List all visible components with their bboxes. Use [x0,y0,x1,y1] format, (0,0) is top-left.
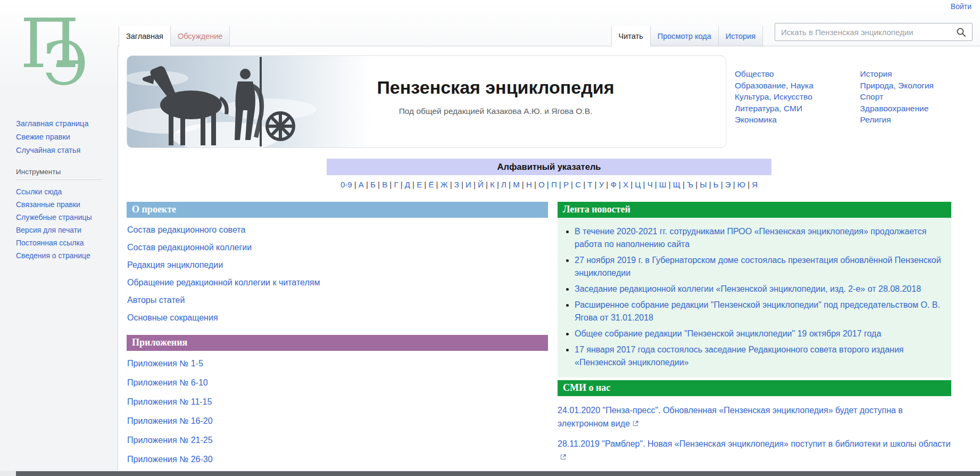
news-item: Заседание редакционной коллегии «Пензенс… [575,283,944,296]
tab-discussion[interactable]: Обсуждение [171,26,230,46]
horizontal-scrollbar[interactable] [0,471,980,476]
right-column: Лента новостей В течение 2020-2021 гг. с… [558,202,951,471]
alphabet-letter-link[interactable]: Ч [647,180,659,189]
category-link[interactable]: Религия [860,114,972,126]
about-link[interactable]: Основные сокращения [127,312,548,323]
page-tabs: Заглавная Обсуждение [119,26,230,46]
news-link[interactable]: В течение 2020-2021 гг. сотрудниками ПРО… [575,227,926,249]
alphabet-letter-link[interactable]: И [466,180,478,189]
svg-text:Э: Э [43,29,86,89]
appendix-link[interactable]: Приложения № 16-20 [127,415,548,427]
alphabet-letter-link[interactable]: Г [394,180,404,189]
banner-row: Пензенская энциклопедия Под общей редакц… [127,55,971,148]
news-link[interactable]: Общее собрание редакции "Пензенской энци… [575,329,881,338]
alphabet-letter-link[interactable]: Ф [610,180,623,189]
about-link[interactable]: Обращение редакционной коллегии к читате… [127,277,548,288]
news-list: В течение 2020-2021 гг. сотрудниками ПРО… [561,225,944,369]
sidebar-nav-link[interactable]: Свежие правки [16,130,118,144]
alphabet-letter-link[interactable]: Н [526,180,538,189]
about-link[interactable]: Состав редакционного совета [127,224,548,235]
alphabet-letter-link[interactable]: Ш [659,180,673,189]
appendix-link[interactable]: Приложения № 6-10 [127,377,548,389]
alphabet-letter-link[interactable]: З [454,180,466,189]
sidebar-tool-link[interactable]: Служебные страницы [16,211,118,224]
sidebar-tool-link[interactable]: Постоянная ссылка [16,236,118,249]
category-link[interactable]: Культура, Искусство [735,91,846,103]
alphabet-letter-link[interactable]: Э [725,180,737,189]
site-logo[interactable]: П Э [20,14,86,89]
category-link[interactable]: Здравоохранение [860,103,972,114]
sidebar-tool-link[interactable]: Версия для печати [16,224,118,236]
alphabet-letter-link[interactable]: А [359,180,370,189]
alphabet-letter-link[interactable]: Ж [441,180,454,189]
news-link[interactable]: Заседание редакционной коллегии «Пензенс… [575,284,921,293]
about-link[interactable]: Редакция энциклопедии [127,259,548,270]
about-link[interactable]: Авторы статей [127,294,548,306]
category-link[interactable]: Природа, Экология [860,80,972,92]
category-link[interactable]: Образование, Наука [735,80,846,92]
alphabet-letter-link[interactable]: О [538,180,551,189]
alphabet-letter-link[interactable]: К [490,180,501,189]
about-link[interactable]: Состав редакционной коллегии [127,242,548,253]
alphabet-letter-link[interactable]: Б [370,180,382,189]
search-input[interactable] [775,28,954,37]
alphabet-letter-link[interactable]: Я [752,180,758,189]
category-link[interactable]: История [860,68,972,80]
media-link[interactable]: 28.11.2019 "Рамблер". Новая «Пензенская … [558,439,951,462]
alphabet-letter-link[interactable]: Л [501,180,513,189]
login-link[interactable]: Войти [951,2,971,11]
alphabet-letter-link[interactable]: Ё [428,180,440,189]
category-links: ОбществоОбразование, НаукаКультура, Иску… [735,55,971,148]
category-column-2: ИсторияПрирода, ЭкологияСпортЗдравоохран… [860,68,972,148]
news-item: Общее собрание редакции "Пензенской энци… [575,327,944,340]
alphabet-letter-link[interactable]: М [513,180,526,189]
about-links: Состав редакционного советаСостав редакц… [127,218,548,326]
alphabet-letter-link[interactable]: Ъ [687,180,700,189]
alphabet-letter-link[interactable]: Ы [700,180,713,189]
sidebar-tools: Ссылки сюдаСвязанные правкиСлужебные стр… [16,185,118,262]
alphabet-letter-link[interactable]: Р [563,180,575,189]
alphabet-letter-link[interactable]: Ю [737,180,752,189]
appendix-link[interactable]: Приложения № 21-25 [127,434,548,446]
alphabet-letter-link[interactable]: Е [417,180,428,189]
category-link[interactable]: Экономика [735,114,846,126]
tab-view-source[interactable]: Просмотр кода [651,26,719,46]
tab-main-page[interactable]: Заглавная [119,26,171,46]
tab-read[interactable]: Читать [611,26,651,46]
alphabet-letter-link[interactable]: Д [405,180,417,189]
category-link[interactable]: Общество [735,68,846,80]
alphabet-letter-link[interactable]: П [551,180,563,189]
sidebar-nav-link[interactable]: Случайная статья [16,144,118,157]
search-button[interactable] [954,27,972,37]
news-link[interactable]: Расширенное собрание редакции "Пензенско… [575,300,940,322]
sidebar-tool-link[interactable]: Связанные правки [16,198,118,211]
appendix-link[interactable]: Приложения № 11-15 [127,396,548,408]
alphabet-letter-link[interactable]: Щ [673,180,687,189]
news-link[interactable]: 27 ноября 2019 г. в Губернаторском доме … [575,256,941,277]
category-link[interactable]: Спорт [860,91,972,103]
media-link[interactable]: 24.01.2020 "Пенза-пресс". Обновленная «П… [558,406,903,428]
alphabet-letter-link[interactable]: С [575,180,587,189]
alphabet-letter-link[interactable]: 0-9 [340,180,359,189]
sidebar-nav-link[interactable]: Заглавная страница [16,117,118,130]
alphabet-index: Алфавитный указатель 0-9АБВГДЕЁЖЗИЙКЛМНО… [327,159,771,189]
alphabet-letter-link[interactable]: Й [478,180,490,189]
alphabet-letter-link[interactable]: Х [623,180,635,189]
sidebar-tool-link[interactable]: Сведения о странице [16,249,118,262]
alphabet-letter-link[interactable]: У [599,180,611,189]
logo-monogram-icon: П Э [20,14,86,89]
news-item: 17 января 2017 года состоялось заседание… [575,343,944,369]
alphabet-letter-link[interactable]: Т [587,180,599,189]
site-banner: Пензенская энциклопедия Под общей редакц… [127,55,726,148]
alphabet-letter-link[interactable]: Ь [713,180,725,189]
appendix-link[interactable]: Приложения № 26-30 [127,454,548,465]
media-mentions: 24.01.2020 "Пенза-пресс". Обновленная «П… [558,396,951,464]
news-link[interactable]: 17 января 2017 года состоялось заседание… [575,345,903,367]
sidebar-tool-link[interactable]: Ссылки сюда [16,185,118,198]
alphabet-letter-link[interactable]: В [382,180,394,189]
tab-history[interactable]: История [719,26,763,46]
horizontal-scrollbar-thumb[interactable] [16,471,980,476]
category-link[interactable]: Литература, СМИ [735,103,846,114]
appendix-link[interactable]: Приложения № 1-5 [127,358,548,370]
alphabet-letter-link[interactable]: Ц [635,180,647,189]
